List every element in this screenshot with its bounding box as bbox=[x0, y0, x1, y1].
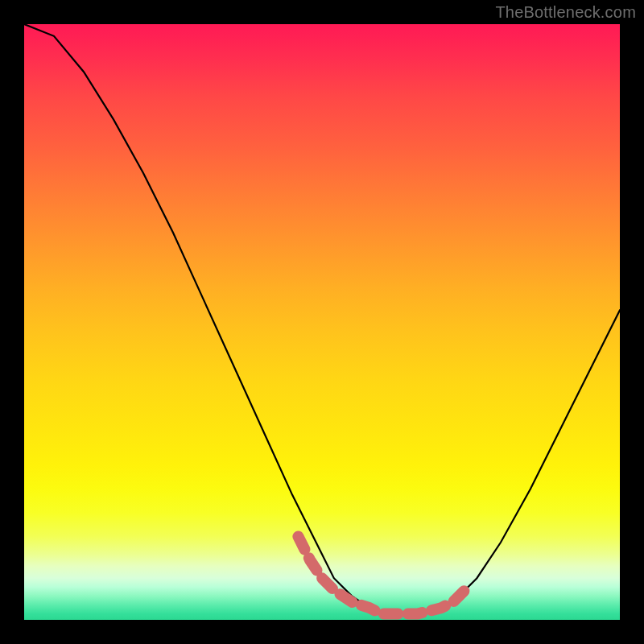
highlight-segment bbox=[298, 536, 464, 613]
plot-area bbox=[24, 24, 620, 620]
bottleneck-curve bbox=[24, 24, 620, 614]
outer-frame: TheBottleneck.com bbox=[0, 0, 644, 644]
curves-svg bbox=[24, 24, 620, 620]
watermark-text: TheBottleneck.com bbox=[495, 3, 636, 22]
